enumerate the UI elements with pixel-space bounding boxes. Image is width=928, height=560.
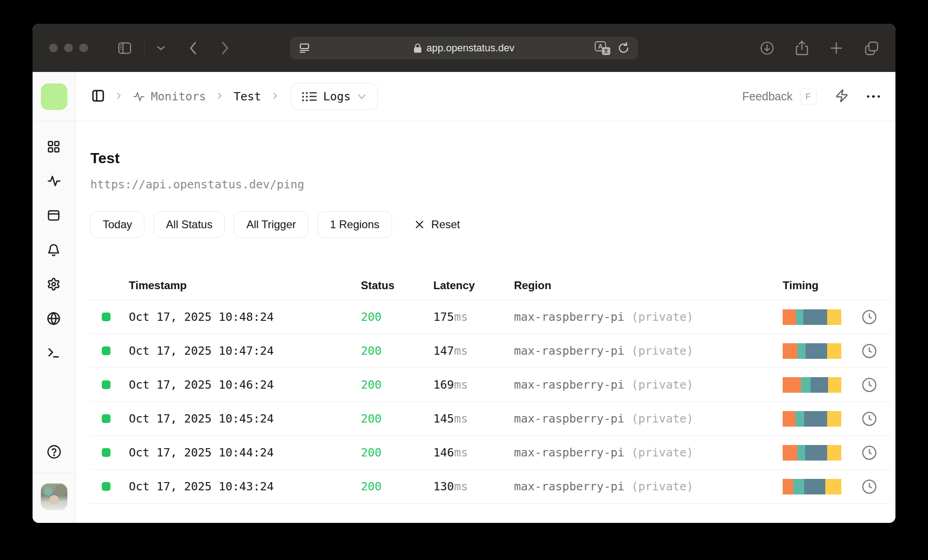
regions-filter-button[interactable]: 1 Regions: [317, 211, 392, 238]
clock-icon[interactable]: [862, 411, 877, 427]
clock-icon[interactable]: [862, 309, 877, 325]
date-filter-button[interactable]: Today: [90, 211, 144, 238]
back-button[interactable]: [188, 41, 198, 55]
timing-segment: [827, 309, 841, 325]
more-options-icon[interactable]: [867, 95, 880, 98]
latency-cell: 145ms: [433, 412, 514, 425]
region-cell: max-raspberry-pi (private): [514, 446, 783, 459]
sidebar-toggle-icon[interactable]: [117, 42, 132, 55]
breadcrumb-separator-icon: [271, 91, 279, 102]
timing-cell: [783, 411, 890, 427]
table-header-row: Timestamp Status Latency Region Timing: [90, 271, 890, 300]
forward-button[interactable]: [221, 41, 230, 55]
workspace-logo[interactable]: [41, 83, 67, 110]
log-table-row[interactable]: Oct 17, 2025 10:45:24 200 145ms max-rasp…: [90, 402, 890, 436]
clock-icon[interactable]: [862, 377, 877, 393]
breadcrumb-monitor-name[interactable]: Test: [233, 90, 261, 103]
toolbar-divider: [144, 40, 144, 56]
log-table-row[interactable]: Oct 17, 2025 10:46:24 200 169ms max-rasp…: [90, 368, 890, 402]
status-code-cell: 200: [361, 412, 433, 425]
sidebar-divider: [33, 473, 76, 473]
column-header-latency[interactable]: Latency: [433, 279, 514, 292]
user-avatar[interactable]: [41, 483, 67, 510]
timing-bar: [783, 343, 841, 359]
breadcrumb-separator-icon: [115, 91, 122, 102]
lock-icon: [414, 43, 422, 53]
timing-segment: [783, 479, 793, 494]
feedback-button[interactable]: Feedback F: [742, 88, 817, 105]
command-menu-icon[interactable]: [835, 88, 849, 105]
column-header-status[interactable]: Status: [361, 279, 433, 292]
log-table-row[interactable]: Oct 17, 2025 10:43:24 200 130ms max-rasp…: [90, 470, 890, 504]
zoom-window-button[interactable]: [79, 44, 88, 52]
reset-filters-button[interactable]: Reset: [414, 218, 460, 231]
timing-segment: [801, 377, 811, 393]
timing-segment: [811, 377, 828, 393]
latency-cell: 147ms: [433, 344, 514, 357]
log-table-row[interactable]: Oct 17, 2025 10:48:24 200 175ms max-rasp…: [90, 300, 890, 334]
panel-toggle-icon[interactable]: [91, 89, 105, 104]
close-icon: [414, 219, 425, 230]
new-tab-icon[interactable]: [829, 41, 843, 55]
timestamp-cell: Oct 17, 2025 10:48:24: [129, 310, 361, 324]
browser-window: app.openstatus.dev A文: [33, 24, 895, 523]
timing-segment: [783, 377, 801, 393]
timing-segment: [827, 343, 841, 359]
traffic-lights: [49, 44, 88, 52]
minimize-window-button[interactable]: [64, 44, 73, 52]
timestamp-cell: Oct 17, 2025 10:43:24: [129, 480, 361, 493]
timestamp-cell: Oct 17, 2025 10:45:24: [129, 412, 361, 425]
timing-cell: [783, 309, 890, 325]
timing-segment: [783, 309, 796, 325]
region-cell: max-raspberry-pi (private): [514, 344, 783, 357]
filter-bar: Today All Status All Trigger 1 Regions R…: [90, 211, 890, 238]
notifications-icon[interactable]: [47, 243, 61, 258]
timing-segment: [806, 343, 827, 359]
trigger-filter-button[interactable]: All Trigger: [234, 211, 308, 238]
monitors-icon[interactable]: [47, 174, 61, 190]
downloads-icon[interactable]: [760, 41, 774, 55]
status-code-cell: 200: [361, 446, 433, 459]
timing-segment: [796, 309, 803, 325]
globe-icon[interactable]: [47, 312, 61, 327]
timestamp-cell: Oct 17, 2025 10:47:24: [129, 344, 361, 357]
clock-icon[interactable]: [862, 445, 877, 461]
breadcrumb-separator-icon: [216, 91, 223, 102]
close-window-button[interactable]: [49, 44, 58, 52]
log-table-row[interactable]: Oct 17, 2025 10:44:24 200 146ms max-rasp…: [90, 436, 890, 470]
help-icon[interactable]: [47, 445, 61, 461]
terminal-icon[interactable]: [47, 346, 61, 362]
settings-icon[interactable]: [47, 277, 61, 293]
log-table-row[interactable]: Oct 17, 2025 10:47:24 200 147ms max-rasp…: [90, 334, 890, 368]
logs-table: Timestamp Status Latency Region Timing O…: [90, 271, 890, 504]
region-cell: max-raspberry-pi (private): [514, 412, 783, 425]
timing-segment: [793, 479, 804, 494]
share-icon[interactable]: [795, 40, 808, 56]
reload-icon[interactable]: [618, 42, 630, 55]
timing-segment: [795, 411, 804, 427]
column-header-region[interactable]: Region: [514, 279, 783, 292]
column-header-timestamp[interactable]: Timestamp: [129, 279, 361, 292]
timing-segment: [825, 479, 841, 494]
status-code-cell: 200: [361, 344, 433, 357]
tab-overview-icon[interactable]: [864, 41, 879, 55]
page-menu-icon[interactable]: [298, 43, 310, 54]
timing-segment: [804, 479, 825, 494]
column-header-timing[interactable]: Timing: [783, 279, 890, 292]
breadcrumb-monitors[interactable]: Monitors: [133, 90, 206, 103]
clock-icon[interactable]: [862, 343, 877, 359]
translate-icon[interactable]: A文: [595, 41, 610, 55]
view-selector-button[interactable]: Logs: [291, 83, 378, 110]
timing-segment: [827, 445, 841, 461]
url-text: app.openstatus.dev: [426, 42, 514, 54]
timing-bar: [783, 479, 841, 494]
address-bar[interactable]: app.openstatus.dev A文: [290, 37, 638, 60]
sidebar-chevron-icon[interactable]: [156, 45, 166, 51]
clock-icon[interactable]: [862, 479, 877, 494]
status-filter-button[interactable]: All Status: [154, 211, 225, 238]
dashboard-icon[interactable]: [47, 140, 61, 155]
region-cell: max-raspberry-pi (private): [514, 378, 783, 391]
status-dot: [102, 414, 110, 423]
status-dot: [102, 448, 110, 457]
status-pages-icon[interactable]: [47, 209, 61, 224]
